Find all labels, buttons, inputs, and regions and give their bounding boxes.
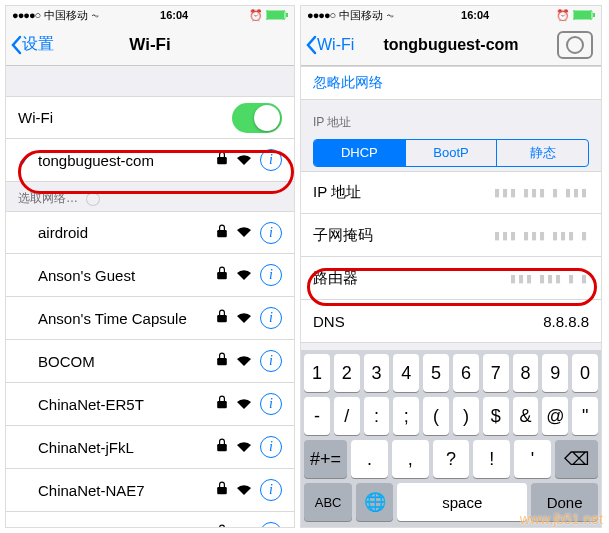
info-button[interactable]: i xyxy=(260,264,282,286)
network-row[interactable]: airdroidi xyxy=(6,211,294,254)
lock-icon xyxy=(216,224,228,241)
ip-address-row[interactable]: IP 地址 ▮▮▮ ▮▮▮ ▮ ▮▮▮ xyxy=(301,171,601,214)
back-button[interactable]: Wi-Fi xyxy=(301,35,354,55)
network-name: airdroid xyxy=(38,224,216,241)
key-space[interactable]: space xyxy=(397,483,527,521)
key-abc[interactable]: ABC xyxy=(304,483,352,521)
lock-icon xyxy=(216,266,228,283)
key[interactable]: - xyxy=(304,397,330,435)
chevron-left-icon xyxy=(10,35,22,55)
key[interactable]: ! xyxy=(473,440,510,478)
svg-rect-7 xyxy=(217,358,227,365)
network-row[interactable]: ChinaNet-jFkLi xyxy=(6,426,294,469)
network-name: tongbuguest-com xyxy=(38,152,216,169)
clock: 16:04 xyxy=(394,9,556,21)
key[interactable]: 0 xyxy=(572,354,598,392)
wifi-detail-screen: ●●●●○ 中国移动 ⏦ 16:04 ⏰ Wi-Fi tongbuguest-c… xyxy=(300,5,602,528)
key[interactable]: ' xyxy=(514,440,551,478)
seg-dhcp[interactable]: DHCP xyxy=(314,140,405,166)
key[interactable]: : xyxy=(364,397,390,435)
key[interactable]: 8 xyxy=(513,354,539,392)
wifi-strength-icon xyxy=(236,267,252,284)
info-button[interactable]: i xyxy=(260,479,282,501)
camera-icon[interactable] xyxy=(557,31,593,59)
network-row[interactable]: BOCOMi xyxy=(6,340,294,383)
dns-row[interactable]: DNS 8.8.8.8 xyxy=(301,300,601,343)
wifi-icon: ⏦ xyxy=(92,9,99,21)
network-row[interactable]: ChinaNet-s7Tui xyxy=(6,512,294,528)
ip-mode-segment: DHCP BootP 静态 xyxy=(313,139,589,167)
network-row[interactable]: Anson's Guesti xyxy=(6,254,294,297)
back-label: 设置 xyxy=(22,34,54,55)
key[interactable]: 5 xyxy=(423,354,449,392)
ip-value: ▮▮▮ ▮▮▮ ▮ ▮▮▮ xyxy=(494,186,589,199)
wifi-list-screen: ●●●●○ 中国移动 ⏦ 16:04 ⏰ 设置 Wi-Fi Wi-Fi ✓ to… xyxy=(5,5,295,528)
clock: 16:04 xyxy=(99,9,249,21)
network-row[interactable]: ChinaNet-NAE7i xyxy=(6,469,294,512)
info-button[interactable]: i xyxy=(260,350,282,372)
dns-value: 8.8.8.8 xyxy=(543,313,589,330)
key[interactable]: 6 xyxy=(453,354,479,392)
wifi-toggle[interactable] xyxy=(232,103,282,133)
svg-rect-13 xyxy=(574,11,591,19)
key[interactable]: @ xyxy=(542,397,568,435)
router-value: ▮▮▮ ▮▮▮ ▮ ▮ xyxy=(510,272,589,285)
choose-network-header: 选取网络… xyxy=(6,182,294,211)
key[interactable]: 7 xyxy=(483,354,509,392)
back-button[interactable]: 设置 xyxy=(6,34,54,55)
key[interactable]: ) xyxy=(453,397,479,435)
key[interactable]: " xyxy=(572,397,598,435)
key[interactable]: ( xyxy=(423,397,449,435)
wifi-strength-icon xyxy=(236,224,252,241)
svg-rect-6 xyxy=(217,315,227,322)
key[interactable]: 1 xyxy=(304,354,330,392)
svg-rect-10 xyxy=(217,487,227,494)
info-button[interactable]: i xyxy=(260,307,282,329)
key[interactable]: $ xyxy=(483,397,509,435)
key[interactable]: 3 xyxy=(364,354,390,392)
key[interactable]: . xyxy=(351,440,388,478)
key[interactable]: ; xyxy=(393,397,419,435)
info-button[interactable]: i xyxy=(260,393,282,415)
network-name: Anson's Guest xyxy=(38,267,216,284)
watermark: www.jb51.net xyxy=(520,511,603,527)
forget-network-row[interactable]: 忽略此网络 xyxy=(301,66,601,100)
info-button[interactable]: i xyxy=(260,436,282,458)
network-row[interactable]: Anson's Time Capsulei xyxy=(6,297,294,340)
key[interactable]: / xyxy=(334,397,360,435)
nav-bar: 设置 Wi-Fi xyxy=(6,24,294,66)
network-name: BOCOM xyxy=(38,353,216,370)
lock-icon xyxy=(216,481,228,498)
svg-rect-5 xyxy=(217,272,227,279)
lock-icon xyxy=(216,524,228,528)
connected-network-row[interactable]: ✓ tongbuguest-com i xyxy=(6,139,294,182)
key[interactable]: 9 xyxy=(542,354,568,392)
key[interactable]: ? xyxy=(433,440,470,478)
key[interactable]: , xyxy=(392,440,429,478)
key-globe[interactable]: 🌐 xyxy=(356,483,393,521)
battery-icon: ⏰ xyxy=(249,9,288,22)
spinner-icon xyxy=(86,192,100,206)
seg-static[interactable]: 静态 xyxy=(496,140,588,166)
svg-rect-9 xyxy=(217,444,227,451)
lock-icon xyxy=(216,309,228,326)
network-name: ChinaNet-jFkL xyxy=(38,439,216,456)
info-button[interactable]: i xyxy=(260,222,282,244)
key-symbols[interactable]: #+= xyxy=(304,440,347,478)
keyboard: 1234567890 -/:;()$&@" #+= .,?!' ⌫ ABC 🌐 … xyxy=(301,350,601,527)
ip-section-header: IP 地址 xyxy=(301,100,601,135)
network-row[interactable]: ChinaNet-ER5Ti xyxy=(6,383,294,426)
key[interactable]: & xyxy=(513,397,539,435)
info-button[interactable]: i xyxy=(260,522,282,528)
wifi-strength-icon xyxy=(236,482,252,499)
key[interactable]: 4 xyxy=(393,354,419,392)
key[interactable]: 2 xyxy=(334,354,360,392)
seg-bootp[interactable]: BootP xyxy=(405,140,497,166)
router-row[interactable]: 路由器 ▮▮▮ ▮▮▮ ▮ ▮ xyxy=(301,257,601,300)
carrier-label: 中国移动 xyxy=(339,8,383,23)
info-button[interactable]: i xyxy=(260,149,282,171)
key-backspace[interactable]: ⌫ xyxy=(555,440,598,478)
subnet-mask-row[interactable]: 子网掩码 ▮▮▮ ▮▮▮ ▮▮▮ ▮ xyxy=(301,214,601,257)
chevron-left-icon xyxy=(305,35,317,55)
svg-rect-4 xyxy=(217,230,227,237)
